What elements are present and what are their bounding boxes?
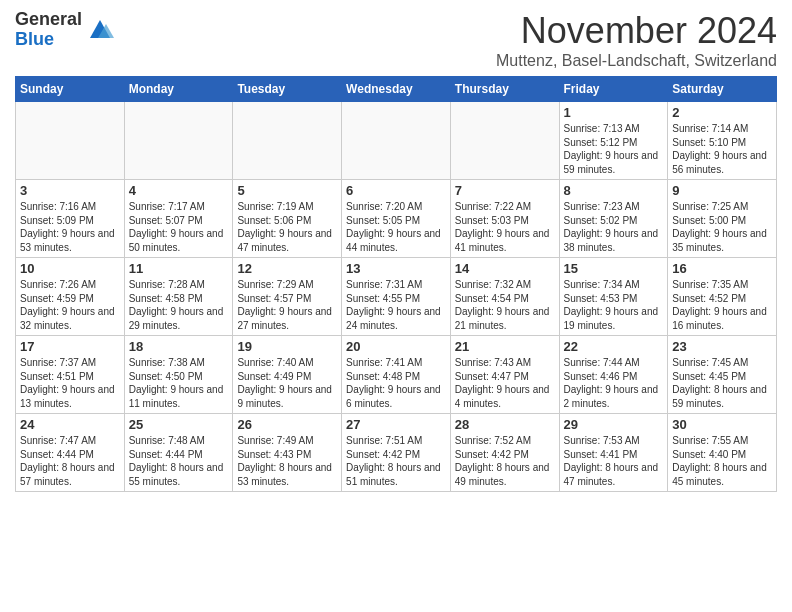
day-number: 29 (564, 417, 664, 432)
day-number: 9 (672, 183, 772, 198)
calendar-table: Sunday Monday Tuesday Wednesday Thursday… (15, 76, 777, 492)
day-header-row: Sunday Monday Tuesday Wednesday Thursday… (16, 77, 777, 102)
day-number: 12 (237, 261, 337, 276)
calendar-week-4: 17Sunrise: 7:37 AMSunset: 4:51 PMDayligh… (16, 336, 777, 414)
day-number: 21 (455, 339, 555, 354)
day-info: Sunrise: 7:41 AMSunset: 4:48 PMDaylight:… (346, 356, 446, 410)
day-info: Sunrise: 7:38 AMSunset: 4:50 PMDaylight:… (129, 356, 229, 410)
day-info: Sunrise: 7:26 AMSunset: 4:59 PMDaylight:… (20, 278, 120, 332)
day-number: 22 (564, 339, 664, 354)
day-info: Sunrise: 7:25 AMSunset: 5:00 PMDaylight:… (672, 200, 772, 254)
table-row: 14Sunrise: 7:32 AMSunset: 4:54 PMDayligh… (450, 258, 559, 336)
day-info: Sunrise: 7:19 AMSunset: 5:06 PMDaylight:… (237, 200, 337, 254)
calendar-week-1: 1Sunrise: 7:13 AMSunset: 5:12 PMDaylight… (16, 102, 777, 180)
day-number: 15 (564, 261, 664, 276)
day-info: Sunrise: 7:20 AMSunset: 5:05 PMDaylight:… (346, 200, 446, 254)
table-row: 19Sunrise: 7:40 AMSunset: 4:49 PMDayligh… (233, 336, 342, 414)
calendar-week-3: 10Sunrise: 7:26 AMSunset: 4:59 PMDayligh… (16, 258, 777, 336)
day-number: 13 (346, 261, 446, 276)
table-row: 5Sunrise: 7:19 AMSunset: 5:06 PMDaylight… (233, 180, 342, 258)
table-row: 26Sunrise: 7:49 AMSunset: 4:43 PMDayligh… (233, 414, 342, 492)
day-number: 4 (129, 183, 229, 198)
day-info: Sunrise: 7:23 AMSunset: 5:02 PMDaylight:… (564, 200, 664, 254)
day-number: 17 (20, 339, 120, 354)
day-info: Sunrise: 7:52 AMSunset: 4:42 PMDaylight:… (455, 434, 555, 488)
table-row (450, 102, 559, 180)
day-info: Sunrise: 7:53 AMSunset: 4:41 PMDaylight:… (564, 434, 664, 488)
header-thursday: Thursday (450, 77, 559, 102)
day-info: Sunrise: 7:40 AMSunset: 4:49 PMDaylight:… (237, 356, 337, 410)
day-number: 16 (672, 261, 772, 276)
table-row: 3Sunrise: 7:16 AMSunset: 5:09 PMDaylight… (16, 180, 125, 258)
header-wednesday: Wednesday (342, 77, 451, 102)
table-row: 29Sunrise: 7:53 AMSunset: 4:41 PMDayligh… (559, 414, 668, 492)
table-row: 23Sunrise: 7:45 AMSunset: 4:45 PMDayligh… (668, 336, 777, 414)
table-row: 16Sunrise: 7:35 AMSunset: 4:52 PMDayligh… (668, 258, 777, 336)
day-info: Sunrise: 7:28 AMSunset: 4:58 PMDaylight:… (129, 278, 229, 332)
table-row: 4Sunrise: 7:17 AMSunset: 5:07 PMDaylight… (124, 180, 233, 258)
day-number: 18 (129, 339, 229, 354)
table-row: 12Sunrise: 7:29 AMSunset: 4:57 PMDayligh… (233, 258, 342, 336)
header-friday: Friday (559, 77, 668, 102)
day-info: Sunrise: 7:37 AMSunset: 4:51 PMDaylight:… (20, 356, 120, 410)
day-number: 11 (129, 261, 229, 276)
table-row (16, 102, 125, 180)
day-info: Sunrise: 7:22 AMSunset: 5:03 PMDaylight:… (455, 200, 555, 254)
table-row: 22Sunrise: 7:44 AMSunset: 4:46 PMDayligh… (559, 336, 668, 414)
month-title: November 2024 (496, 10, 777, 52)
logo: General Blue (15, 10, 114, 50)
day-number: 5 (237, 183, 337, 198)
day-number: 3 (20, 183, 120, 198)
day-info: Sunrise: 7:17 AMSunset: 5:07 PMDaylight:… (129, 200, 229, 254)
header: General Blue November 2024 Muttenz, Base… (15, 10, 777, 70)
table-row (124, 102, 233, 180)
table-row (233, 102, 342, 180)
title-block: November 2024 Muttenz, Basel-Landschaft,… (496, 10, 777, 70)
day-number: 8 (564, 183, 664, 198)
table-row: 11Sunrise: 7:28 AMSunset: 4:58 PMDayligh… (124, 258, 233, 336)
day-number: 30 (672, 417, 772, 432)
day-number: 6 (346, 183, 446, 198)
day-info: Sunrise: 7:48 AMSunset: 4:44 PMDaylight:… (129, 434, 229, 488)
day-number: 7 (455, 183, 555, 198)
day-number: 27 (346, 417, 446, 432)
logo-blue: Blue (15, 30, 82, 50)
page-container: General Blue November 2024 Muttenz, Base… (0, 0, 792, 502)
day-number: 24 (20, 417, 120, 432)
day-info: Sunrise: 7:44 AMSunset: 4:46 PMDaylight:… (564, 356, 664, 410)
table-row: 30Sunrise: 7:55 AMSunset: 4:40 PMDayligh… (668, 414, 777, 492)
table-row: 7Sunrise: 7:22 AMSunset: 5:03 PMDaylight… (450, 180, 559, 258)
day-info: Sunrise: 7:45 AMSunset: 4:45 PMDaylight:… (672, 356, 772, 410)
table-row: 8Sunrise: 7:23 AMSunset: 5:02 PMDaylight… (559, 180, 668, 258)
day-number: 1 (564, 105, 664, 120)
table-row: 24Sunrise: 7:47 AMSunset: 4:44 PMDayligh… (16, 414, 125, 492)
day-info: Sunrise: 7:29 AMSunset: 4:57 PMDaylight:… (237, 278, 337, 332)
table-row: 6Sunrise: 7:20 AMSunset: 5:05 PMDaylight… (342, 180, 451, 258)
table-row: 10Sunrise: 7:26 AMSunset: 4:59 PMDayligh… (16, 258, 125, 336)
table-row: 27Sunrise: 7:51 AMSunset: 4:42 PMDayligh… (342, 414, 451, 492)
table-row: 2Sunrise: 7:14 AMSunset: 5:10 PMDaylight… (668, 102, 777, 180)
header-sunday: Sunday (16, 77, 125, 102)
table-row: 1Sunrise: 7:13 AMSunset: 5:12 PMDaylight… (559, 102, 668, 180)
location-title: Muttenz, Basel-Landschaft, Switzerland (496, 52, 777, 70)
day-info: Sunrise: 7:31 AMSunset: 4:55 PMDaylight:… (346, 278, 446, 332)
day-info: Sunrise: 7:14 AMSunset: 5:10 PMDaylight:… (672, 122, 772, 176)
header-saturday: Saturday (668, 77, 777, 102)
day-number: 23 (672, 339, 772, 354)
table-row (342, 102, 451, 180)
day-number: 14 (455, 261, 555, 276)
day-info: Sunrise: 7:47 AMSunset: 4:44 PMDaylight:… (20, 434, 120, 488)
day-number: 19 (237, 339, 337, 354)
table-row: 28Sunrise: 7:52 AMSunset: 4:42 PMDayligh… (450, 414, 559, 492)
day-info: Sunrise: 7:16 AMSunset: 5:09 PMDaylight:… (20, 200, 120, 254)
table-row: 20Sunrise: 7:41 AMSunset: 4:48 PMDayligh… (342, 336, 451, 414)
table-row: 17Sunrise: 7:37 AMSunset: 4:51 PMDayligh… (16, 336, 125, 414)
table-row: 21Sunrise: 7:43 AMSunset: 4:47 PMDayligh… (450, 336, 559, 414)
table-row: 25Sunrise: 7:48 AMSunset: 4:44 PMDayligh… (124, 414, 233, 492)
day-number: 26 (237, 417, 337, 432)
header-monday: Monday (124, 77, 233, 102)
header-tuesday: Tuesday (233, 77, 342, 102)
day-number: 10 (20, 261, 120, 276)
calendar-week-2: 3Sunrise: 7:16 AMSunset: 5:09 PMDaylight… (16, 180, 777, 258)
day-info: Sunrise: 7:13 AMSunset: 5:12 PMDaylight:… (564, 122, 664, 176)
